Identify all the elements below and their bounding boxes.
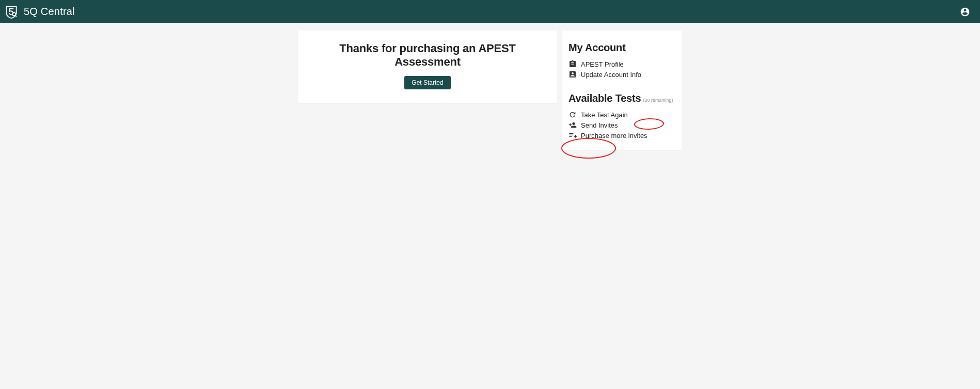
menu-item-label: Purchase more invites: [581, 132, 647, 139]
menu-item-apest-profile[interactable]: APEST Profile: [568, 59, 676, 69]
available-tests-heading: Available Tests: [568, 92, 641, 104]
brand[interactable]: 5Q Central: [4, 5, 75, 19]
menu-item-purchase-invites[interactable]: Purchase more invites: [568, 130, 676, 141]
menu-item-update-account[interactable]: Update Account Info: [568, 69, 676, 80]
account-menu: APEST Profile Update Account Info: [568, 59, 676, 80]
menu-item-label: Update Account Info: [581, 71, 641, 79]
menu-item-label: Take Test Again: [581, 111, 628, 119]
menu-item-take-test-again[interactable]: Take Test Again: [568, 110, 676, 120]
brand-logo-icon: [4, 5, 19, 19]
annotation-circle-send-invites: [561, 138, 616, 159]
person-add-icon: [568, 121, 577, 129]
account-menu-button[interactable]: [959, 6, 971, 18]
available-tests-row: Available Tests (20 remaining): [568, 92, 676, 104]
clipboard-icon: [568, 60, 577, 68]
tests-menu: Take Test Again Send Invites Purchase mo…: [568, 110, 676, 141]
topbar: 5Q Central: [0, 0, 980, 23]
brand-title: 5Q Central: [24, 6, 75, 18]
my-account-heading: My Account: [568, 42, 676, 54]
menu-item-label: APEST Profile: [581, 60, 624, 68]
playlist-add-icon: [568, 131, 577, 139]
get-started-button[interactable]: Get Started: [404, 76, 450, 89]
menu-item-send-invites[interactable]: Send Invites: [568, 120, 676, 130]
divider: [568, 85, 676, 85]
tests-remaining-count: (20 remaining): [643, 98, 673, 103]
menu-item-label: Send Invites: [581, 121, 618, 129]
account-circle-icon: [960, 7, 970, 17]
person-box-icon: [568, 70, 577, 79]
main-card: Thanks for purchasing an APEST Assessmen…: [298, 30, 557, 103]
page-title: Thanks for purchasing an APEST Assessmen…: [308, 42, 547, 69]
sidebar-card: My Account APEST Profile Update Account …: [562, 30, 682, 150]
refresh-icon: [568, 111, 577, 119]
